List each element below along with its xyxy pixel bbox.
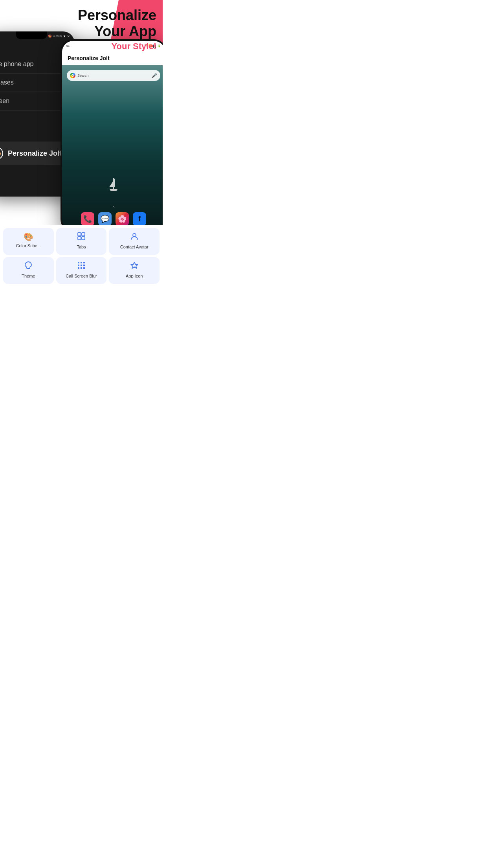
svg-rect-12 — [81, 267, 82, 269]
color-scheme-label: Color Sche... — [16, 243, 41, 248]
tabs-label: Tabs — [77, 245, 86, 249]
boat-hull — [110, 189, 117, 191]
feature-card-color-scheme[interactable]: 🎨 Color Sche... — [3, 228, 54, 255]
feature-card-tabs[interactable]: Tabs — [56, 228, 107, 255]
google-logo: G — [70, 73, 75, 78]
app-dock: 📞 💬 🌸 f — [81, 212, 146, 226]
theme-label: Theme — [22, 274, 35, 278]
svg-rect-1 — [82, 233, 85, 236]
contact-avatar-label: Contact Avatar — [120, 245, 149, 249]
page: Personalize Your App Your Style! 🔕 VoWiF… — [0, 0, 163, 289]
sailboat-illustration — [108, 175, 119, 191]
svg-rect-8 — [78, 265, 79, 266]
app-icon-label: App Icon — [126, 274, 143, 278]
feature-row-1: 🎨 Color Sche... Tabs — [3, 228, 160, 255]
left-phone-status-bar: 🔕 VoWiFi ▼ ✕ — [48, 35, 70, 38]
header-title: Personalize Your App — [78, 7, 156, 40]
mic-icon: 🎤 — [152, 73, 157, 78]
phone-wallpaper: G Search 🎤 ^ 📞 💬 🌸 f — [62, 65, 163, 230]
svg-rect-3 — [82, 237, 85, 240]
dock-photos-icon[interactable]: 🌸 — [116, 212, 129, 226]
call-screen-blur-label: Call Screen Blur — [66, 274, 97, 278]
left-phone-menu: ble phone app chases creen — [0, 55, 71, 110]
personalize-jolt-label: Personalize Jolt — [8, 149, 62, 158]
feature-card-theme[interactable]: Theme — [3, 257, 54, 284]
feature-card-app-icon[interactable]: App Icon — [109, 257, 160, 284]
dock-phone-icon[interactable]: 📞 — [81, 212, 94, 226]
svg-rect-13 — [83, 267, 85, 269]
search-text: Search — [77, 74, 150, 77]
feature-grid: 🎨 Color Sche... Tabs — [0, 225, 163, 289]
right-phone-title-bar: Personalize Jolt — [62, 51, 163, 65]
app-icon-icon — [130, 261, 139, 272]
feature-card-call-screen-blur[interactable]: Call Screen Blur — [56, 257, 107, 284]
left-menu-item-2: chases — [0, 74, 71, 92]
svg-rect-11 — [78, 267, 79, 269]
right-phone-title: Personalize Jolt — [68, 55, 110, 61]
svg-rect-6 — [81, 262, 82, 263]
right-phone-inner: 04 ⏰ 📶 ▌▌ 🔋 Personalize Jolt G Search 🎤 — [62, 41, 163, 230]
call-screen-blur-icon — [77, 261, 86, 272]
svg-marker-14 — [131, 262, 138, 268]
right-phone: 04 ⏰ 📶 ▌▌ 🔋 Personalize Jolt G Search 🎤 — [61, 39, 163, 232]
svg-rect-5 — [78, 262, 79, 263]
palette-icon: 🎨 — [0, 147, 3, 160]
svg-rect-2 — [78, 237, 81, 240]
left-menu-item-3: creen — [0, 92, 71, 110]
svg-point-4 — [133, 234, 136, 237]
wallpaper-search-bar[interactable]: G Search 🎤 — [67, 70, 160, 81]
color-scheme-icon: 🎨 — [24, 232, 33, 241]
svg-rect-7 — [83, 262, 85, 263]
header-section: Personalize Your App Your Style! — [78, 7, 156, 51]
left-menu-item-1: ble phone app — [0, 55, 71, 74]
feature-card-contact-avatar[interactable]: Contact Avatar — [109, 228, 160, 255]
left-phone-notch — [16, 31, 47, 39]
svg-rect-10 — [83, 265, 85, 266]
header-subtitle: Your Style! — [78, 41, 156, 51]
svg-rect-0 — [78, 233, 81, 236]
theme-icon — [24, 261, 33, 272]
svg-rect-9 — [81, 265, 82, 266]
tabs-icon — [77, 232, 86, 243]
dock-messages-icon[interactable]: 💬 — [98, 212, 112, 226]
status-time: 04 — [66, 44, 70, 48]
battery-icon: 🔋 — [158, 44, 161, 48]
dock-facebook-icon[interactable]: f — [133, 212, 146, 226]
feature-row-2: Theme Call Screen Blu — [3, 257, 160, 284]
contact-avatar-icon — [130, 232, 139, 243]
boat-mast — [113, 178, 114, 189]
home-indicator: ^ — [113, 206, 115, 210]
